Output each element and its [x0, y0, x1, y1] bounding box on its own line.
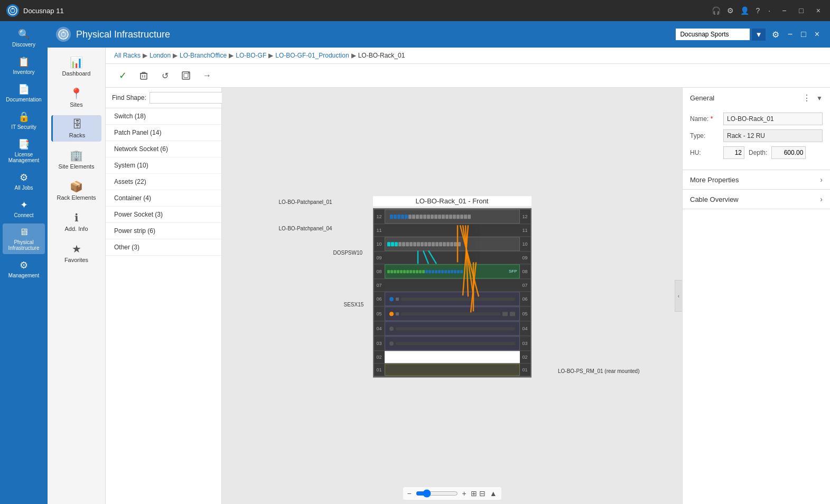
help-icon[interactable]: 🎧 [712, 6, 721, 15]
sidebar-item-discovery[interactable]: 🔍 Discovery [3, 25, 45, 51]
breadcrumb-item-1[interactable]: London [150, 52, 171, 59]
delete-button[interactable] [135, 67, 152, 84]
shape-item-other[interactable]: Other (3) [106, 239, 221, 256]
inventory-icon: 📋 [18, 56, 30, 68]
close-button[interactable]: × [813, 5, 824, 16]
zoom-icons: ⊞ ⊟ [471, 489, 486, 498]
sidebar-label-discovery: Discovery [12, 42, 35, 48]
general-body: Name: * Type: HU: [683, 108, 830, 170]
sidebar-item-connect[interactable]: ✦ Connect [3, 196, 45, 221]
breadcrumb-item-5[interactable]: LO-BO-Rack_01 [358, 52, 405, 59]
sidebar-item-documentation[interactable]: 📄 Documentation [3, 80, 45, 106]
breadcrumb-item-4[interactable]: LO-BO-GF-01_Production [275, 52, 349, 59]
user-icon[interactable]: 👤 [740, 6, 749, 15]
separator: · [768, 6, 770, 15]
more-properties-section[interactable]: More Properties › [683, 170, 830, 190]
shape-item-system[interactable]: System (10) [106, 157, 221, 174]
svg-point-0 [8, 6, 17, 15]
refresh-button[interactable]: ↺ [156, 67, 173, 84]
rack-row-6: 06 06 [374, 292, 530, 306]
shape-panel: Find Shape: 🔍 ✏ Switch (18) Patch Panel … [106, 88, 222, 504]
shape-item-patchpanel[interactable]: Patch Panel (14) [106, 125, 221, 141]
zoom-in-button[interactable]: + [462, 489, 467, 498]
save-button[interactable]: ✓ [114, 67, 131, 84]
header-minimize-icon[interactable]: − [786, 27, 795, 41]
sidebar-item-management[interactable]: ⚙ Management [3, 256, 45, 282]
rack-row-4: 04 04 [374, 321, 530, 336]
breadcrumb-item-0[interactable]: All Racks [114, 52, 141, 59]
shape-item-networksocket[interactable]: Network Socket (6) [106, 141, 221, 157]
right-panel-collapse-handle[interactable]: ‹ [675, 280, 682, 312]
rack-elements-icon: 📦 [70, 180, 83, 193]
sidebar-label-documentation: Documentation [6, 97, 41, 102]
settings-icon[interactable]: ⚙ [727, 6, 734, 15]
zoom-out-button[interactable]: − [407, 489, 411, 498]
rack-row-10: 10 [374, 237, 530, 251]
rack-diagram: LO-BO-Rack_01 - Front [373, 196, 531, 377]
breadcrumb-item-2[interactable]: LO-BranchOffice [180, 52, 227, 59]
general-section-header[interactable]: General ⋮ ▼ [683, 88, 830, 108]
domain-selector[interactable]: ▼ [676, 29, 765, 41]
arrow-button[interactable]: → [199, 67, 216, 84]
svg-point-3 [63, 32, 64, 33]
sidebar-item-security[interactable]: 🔒 IT Security [3, 108, 45, 133]
shape-item-powerstrip[interactable]: Power strip (6) [106, 223, 221, 239]
zoom-slider[interactable] [416, 489, 458, 498]
header-settings-icon[interactable]: ⚙ [770, 27, 781, 42]
cable-overview-section[interactable]: Cable Overview › [683, 190, 830, 209]
sidebar-item-license[interactable]: 📑 License Management [3, 135, 45, 166]
hu-label: HU: [690, 149, 719, 156]
diagram-area[interactable]: LO-BO-Rack_01 - Front [222, 88, 682, 504]
breadcrumb-item-3[interactable]: LO-BO-GF [236, 52, 266, 59]
dashboard-icon: 📊 [70, 56, 83, 69]
header-maximize-icon[interactable]: □ [799, 27, 808, 41]
title-bar-left: Docusnap 11 [6, 4, 64, 17]
add-info-label: Add. Info [64, 226, 88, 232]
sep-3: ▶ [268, 52, 273, 59]
hu-field-row: HU: Depth: [690, 146, 823, 159]
general-options-button[interactable]: ⋮ [800, 93, 813, 103]
shape-item-container[interactable]: Container (4) [106, 190, 221, 207]
search-label: Find Shape: [112, 94, 146, 101]
actual-size-button[interactable]: ⊟ [479, 489, 486, 498]
type-input[interactable] [723, 129, 823, 142]
shape-item-powersocket[interactable]: Power Socket (3) [106, 207, 221, 223]
content-split: Find Shape: 🔍 ✏ Switch (18) Patch Panel … [106, 88, 830, 504]
cable-overview-chevron: › [820, 195, 823, 203]
header-close-icon[interactable]: × [813, 27, 822, 41]
sidebar-item-all-jobs[interactable]: ⚙ All Jobs [3, 169, 45, 194]
hu-input[interactable] [723, 146, 744, 159]
app-title: Docusnap 11 [23, 7, 64, 15]
sidebar-item-favorites[interactable]: ★ Favorites [51, 239, 101, 266]
sidebar-item-racks[interactable]: 🗄 Racks [51, 115, 101, 142]
shape-item-assets[interactable]: Assets (22) [106, 174, 221, 190]
fit-to-screen-button[interactable]: ⊞ [471, 489, 477, 498]
sidebar-item-inventory[interactable]: 📋 Inventory [3, 53, 45, 78]
domain-dropdown-button[interactable]: ▼ [752, 29, 765, 41]
maximize-button[interactable]: □ [796, 5, 806, 16]
sep-1: ▶ [173, 52, 178, 59]
scroll-up-button[interactable]: ▲ [490, 489, 497, 498]
sites-label: Sites [70, 101, 82, 108]
diagram-canvas: LO-BO-Rack_01 - Front [222, 88, 682, 504]
sidebar-item-site-elements[interactable]: 🏢 Site Elements [51, 146, 101, 173]
info-icon[interactable]: ? [756, 6, 760, 15]
main-panel: All Racks ▶ London ▶ LO-BranchOffice ▶ L… [106, 48, 830, 504]
domain-input[interactable] [676, 29, 750, 40]
sidebar-item-rack-elements[interactable]: 📦 Rack Elements [51, 177, 101, 204]
all-jobs-icon: ⚙ [20, 172, 28, 183]
sidebar-item-physical[interactable]: 🖥 Physical Infrastructure [3, 223, 45, 254]
shape-item-switch[interactable]: Switch (18) [106, 108, 221, 125]
export-button[interactable] [178, 67, 194, 84]
sidebar-item-dashboard[interactable]: 📊 Dashboard [51, 53, 101, 80]
breadcrumb: All Racks ▶ London ▶ LO-BranchOffice ▶ L… [106, 48, 830, 64]
type-field-row: Type: [690, 129, 823, 142]
rack-row-9: 09 09 [374, 251, 530, 264]
sidebar-item-sites[interactable]: 📍 Sites [51, 84, 101, 111]
type-label: Type: [690, 132, 719, 139]
minimize-button[interactable]: − [779, 5, 789, 16]
sidebar-item-add-info[interactable]: ℹ Add. Info [51, 208, 101, 235]
depth-input[interactable] [771, 146, 806, 159]
name-input[interactable] [723, 113, 823, 125]
sep-2: ▶ [229, 52, 234, 59]
